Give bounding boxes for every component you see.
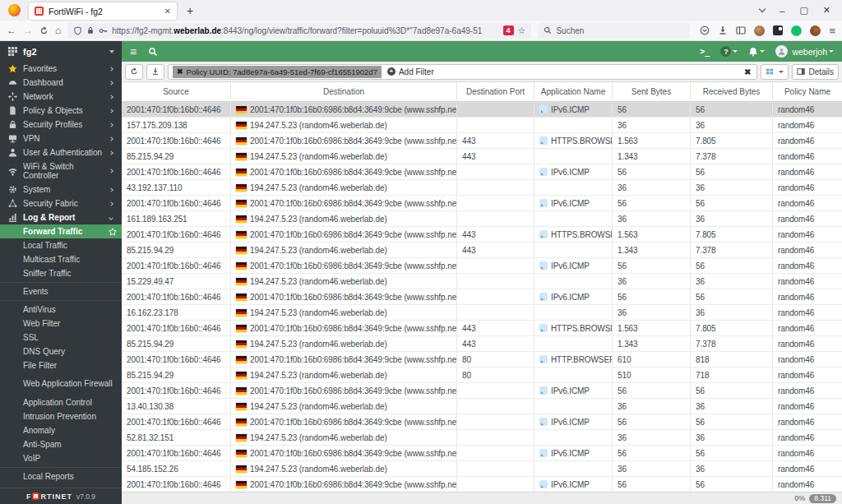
firefox-logo-icon[interactable] — [8, 4, 21, 16]
sidebar-item-ssl[interactable]: SSL — [0, 331, 122, 344]
table-row[interactable]: 2001:470:1f0b:16b0::4646 2001:470:1f0b:1… — [122, 289, 842, 305]
download-log-button[interactable] — [146, 64, 164, 80]
table-row[interactable]: 2001:470:1f0b:16b0::4646 2001:470:1f0b:1… — [122, 446, 842, 461]
forward-button[interactable]: → — [23, 25, 33, 36]
extension-icon[interactable] — [773, 25, 783, 35]
table-row[interactable]: 2001:470:1f0b:16b0::4646 2001:470:1f0b:1… — [122, 164, 842, 180]
table-row[interactable]: 85.215.94.29 194.247.5.23 (random46.webe… — [122, 336, 842, 352]
sidebar-toggle-icon[interactable] — [736, 25, 746, 35]
sidebar-item-file-filter[interactable]: File Filter — [0, 358, 122, 372]
column-header-received-bytes[interactable]: Received Bytes — [691, 82, 773, 101]
window-close-button[interactable]: ✕ — [823, 5, 830, 16]
table-row[interactable]: 85.215.94.29 194.247.5.23 (random46.webe… — [122, 243, 842, 258]
column-header-policy-name[interactable]: Policy Name — [773, 82, 842, 101]
url-bar[interactable]: https://fg2-mgmt.weberlab.de:8443/ng/log… — [67, 23, 531, 39]
cookie-extension-icon[interactable] — [810, 25, 821, 36]
sidebar-item-anti-spam[interactable]: Anti-Spam — [0, 437, 122, 451]
sidebar-item-security-fabric[interactable]: Security Fabric — [0, 197, 122, 210]
sidebar-item-user-authentication[interactable]: User & Authentication — [0, 146, 122, 160]
search-bar[interactable]: Suchen — [538, 23, 690, 39]
table-row[interactable]: 54.185.152.26 194.247.5.23 (random46.web… — [122, 461, 842, 477]
table-row[interactable]: 2001:470:1f0b:16b0::4646 2001:470:1f0b:1… — [122, 321, 842, 336]
menu-hamburger-icon[interactable]: ≡ — [829, 25, 835, 37]
global-search-icon[interactable] — [148, 47, 158, 57]
table-row[interactable]: 16.162.23.178 194.247.5.23 (random46.web… — [122, 305, 842, 321]
column-header-destination-port[interactable]: Destination Port — [457, 82, 534, 101]
table-row[interactable]: 161.189.163.251 194.247.5.23 (random46.w… — [122, 211, 842, 227]
shield-icon[interactable] — [73, 26, 82, 35]
tab-close-icon[interactable]: ✕ — [164, 7, 171, 16]
home-button[interactable]: ⌂ — [55, 25, 61, 36]
column-header-source[interactable]: Source — [122, 82, 231, 101]
sidebar-item-system[interactable]: System — [0, 183, 122, 197]
column-header-sent-bytes[interactable]: Sent Bytes — [613, 82, 691, 101]
sidebar-item-voip[interactable]: VoIP — [0, 451, 122, 465]
profile-avatar-icon[interactable] — [754, 25, 765, 36]
details-button[interactable]: Details — [792, 64, 839, 80]
notifications-menu[interactable] — [748, 47, 765, 57]
sidebar-item-log-report[interactable]: Log & Report — [0, 210, 122, 224]
sidebar-item-forward-traffic[interactable]: Forward Traffic — [0, 224, 122, 238]
pocket-icon[interactable] — [700, 25, 710, 35]
filter-input[interactable]: ✖Policy UUID: 7ad8e97a-6a49-51ed-7f69-cf… — [168, 64, 757, 80]
grammarly-extension-icon[interactable] — [791, 25, 802, 36]
cli-console-icon[interactable]: >_ — [700, 47, 710, 56]
sidebar-item-application-control[interactable]: Application Control — [0, 395, 122, 409]
table-row[interactable]: 157.175.209.138 194.247.5.23 (random46.w… — [122, 118, 842, 133]
help-menu[interactable]: ? — [720, 46, 738, 57]
sidebar-item-security-profiles[interactable]: Security Profiles — [0, 118, 122, 132]
sidebar-item-vpn[interactable]: VPN — [0, 132, 122, 146]
sidebar-item-local-reports[interactable]: Local Reports — [0, 469, 122, 483]
column-header-application-name[interactable]: Application Name — [534, 82, 613, 101]
tab-list-chevron-icon[interactable] — [759, 6, 766, 12]
sidebar-item-antivirus[interactable]: AntiVirus — [0, 303, 122, 317]
refresh-button[interactable] — [125, 64, 143, 80]
window-maximize-button[interactable]: ▢ — [799, 5, 807, 16]
sidebar-item-events[interactable]: Events — [0, 284, 122, 298]
collapse-sidebar-icon[interactable]: ≡ — [130, 45, 136, 58]
sidebar-item-intrusion-prevention[interactable]: Intrusion Prevention — [0, 409, 122, 423]
permissions-key-icon[interactable] — [99, 26, 108, 35]
sidebar-item-sniffer-traffic[interactable]: Sniffer Traffic — [0, 266, 122, 280]
table-row[interactable]: 2001:470:1f0b:16b0::4646 2001:470:1f0b:1… — [122, 133, 842, 149]
table-row[interactable]: 13.40.130.38 194.247.5.23 (random46.webe… — [122, 399, 842, 414]
table-row[interactable]: 2001:470:1f0b:16b0::4646 2001:470:1f0b:1… — [122, 102, 842, 118]
table-row[interactable]: 85.215.94.29 194.247.5.23 (random46.webe… — [122, 149, 842, 164]
lock-icon[interactable] — [86, 26, 95, 35]
table-row[interactable]: 2001:470:1f0b:16b0::4646 2001:470:1f0b:1… — [122, 196, 842, 211]
sidebar-item-multicast-traffic[interactable]: Multicast Traffic — [0, 252, 122, 266]
sidebar-item-policy-objects[interactable]: Policy & Objects — [0, 104, 122, 118]
sidebar-item-dashboard[interactable]: Dashboard — [0, 76, 122, 90]
browser-tab[interactable]: FortiWiFi - fg2 ✕ — [29, 2, 177, 20]
sidebar-item-dns-query[interactable]: DNS Query — [0, 344, 122, 358]
table-row[interactable]: 43.192.137.110 194.247.5.23 (random46.we… — [122, 180, 842, 196]
sidebar-item-web-application-firewall[interactable]: Web Application Firewall — [0, 372, 122, 395]
blocked-count-badge[interactable]: 4 — [503, 25, 514, 35]
add-filter-button[interactable]: +Add Filter — [387, 67, 434, 76]
back-button[interactable]: ← — [7, 25, 16, 36]
favorite-star-icon[interactable] — [109, 228, 117, 236]
column-settings-button[interactable] — [761, 64, 789, 80]
table-row[interactable]: 2001:470:1f0b:16b0::4646 2001:470:1f0b:1… — [122, 227, 842, 243]
bookmark-star-icon[interactable]: ☆ — [518, 25, 526, 36]
sidebar-item-favorites[interactable]: Favorites — [0, 62, 122, 76]
sidebar-item-wifi-switch-controller[interactable]: WiFi & Switch Controller — [0, 160, 122, 183]
sidebar-item-web-filter[interactable]: Web Filter — [0, 317, 122, 331]
table-row[interactable]: 2001:470:1f0b:16b0::4646 2001:470:1f0b:1… — [122, 477, 842, 492]
reload-button[interactable] — [39, 26, 49, 35]
policy-uuid-filter-tag[interactable]: ✖Policy UUID: 7ad8e97a-6a49-51ed-7f69-cf… — [173, 66, 382, 78]
table-row[interactable]: 2001:470:1f0b:16b0::4646 2001:470:1f0b:1… — [122, 414, 842, 430]
column-header-destination[interactable]: Destination — [231, 82, 457, 101]
user-menu[interactable]: weberjoh — [775, 45, 834, 58]
table-body[interactable]: 2001:470:1f0b:16b0::4646 2001:470:1f0b:1… — [122, 102, 842, 492]
window-minimize-button[interactable]: – — [780, 6, 784, 16]
table-row[interactable]: 2001:470:1f0b:16b0::4646 2001:470:1f0b:1… — [122, 383, 842, 399]
new-tab-button[interactable]: + — [187, 4, 193, 17]
table-row[interactable]: 15.229.49.47 194.247.5.23 (random46.webe… — [122, 274, 842, 289]
table-row[interactable]: 2001:470:1f0b:16b0::4646 2001:470:1f0b:1… — [122, 258, 842, 274]
downloads-icon[interactable] — [718, 25, 728, 35]
device-selector[interactable]: fg2 — [0, 41, 122, 62]
table-row[interactable]: 2001:470:1f0b:16b0::4646 2001:470:1f0b:1… — [122, 352, 842, 368]
sidebar-item-local-traffic[interactable]: Local Traffic — [0, 238, 122, 252]
remove-filter-icon[interactable]: ✖ — [177, 67, 183, 76]
